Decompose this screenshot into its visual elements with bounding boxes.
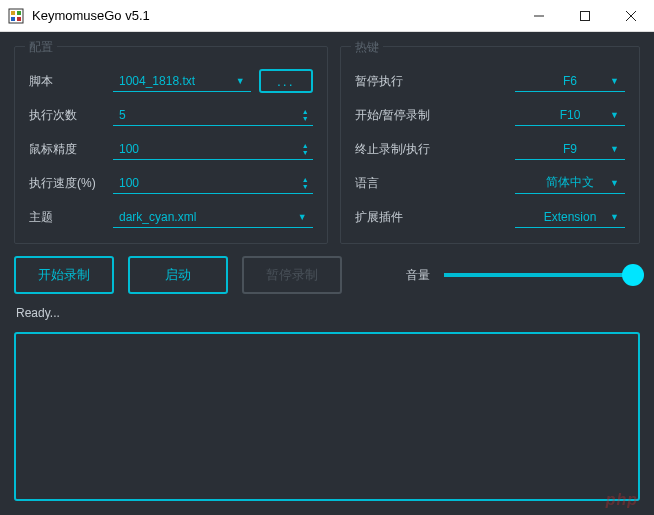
chevron-down-icon: ▼: [610, 212, 619, 222]
spinner-arrows-icon[interactable]: ▲▼: [302, 138, 309, 159]
titlebar: KeymomuseGo v5.1: [0, 0, 654, 32]
svg-rect-2: [17, 11, 21, 15]
panels-row: 配置 脚本 1004_1818.txt ▼ ... 执行次数 5 ▲▼ 鼠标精度: [14, 46, 640, 244]
window-controls: [516, 0, 654, 31]
stop-label: 终止录制/执行: [355, 141, 443, 158]
start-record-button[interactable]: 开始录制: [14, 256, 114, 294]
volume-slider[interactable]: [444, 273, 634, 277]
speed-value: 100: [119, 176, 139, 190]
record-value: F10: [560, 108, 581, 122]
browse-button[interactable]: ...: [259, 69, 313, 93]
chevron-down-icon: ▼: [610, 178, 619, 188]
precision-spinner[interactable]: 100 ▲▼: [113, 138, 313, 160]
script-row: 脚本 1004_1818.txt ▼ ...: [29, 69, 313, 93]
script-combo[interactable]: 1004_1818.txt ▼: [113, 70, 251, 92]
speed-row: 执行速度(%) 100 ▲▼: [29, 171, 313, 195]
ext-label: 扩展插件: [355, 209, 443, 226]
stop-value: F9: [563, 142, 577, 156]
pause-value: F6: [563, 74, 577, 88]
app-icon: [8, 8, 24, 24]
close-button[interactable]: [608, 0, 654, 31]
lang-combo[interactable]: 简体中文 ▼: [515, 172, 625, 194]
svg-rect-6: [581, 11, 590, 20]
config-group: 配置 脚本 1004_1818.txt ▼ ... 执行次数 5 ▲▼ 鼠标精度: [14, 46, 328, 244]
record-label: 开始/暂停录制: [355, 107, 443, 124]
speed-label: 执行速度(%): [29, 175, 105, 192]
ext-row: 扩展插件 Extension ▼: [355, 205, 625, 229]
script-label: 脚本: [29, 73, 105, 90]
count-value: 5: [119, 108, 126, 122]
maximize-button[interactable]: [562, 0, 608, 31]
stop-row: 终止录制/执行 F9 ▼: [355, 137, 625, 161]
watermark: php: [606, 491, 638, 509]
record-row: 开始/暂停录制 F10 ▼: [355, 103, 625, 127]
window-title: KeymomuseGo v5.1: [32, 8, 516, 23]
speed-spinner[interactable]: 100 ▲▼: [113, 172, 313, 194]
svg-rect-3: [11, 17, 15, 21]
action-row: 开始录制 启动 暂停录制 音量: [14, 256, 640, 294]
pause-record-button: 暂停录制: [242, 256, 342, 294]
pause-label: 暂停执行: [355, 73, 443, 90]
minimize-button[interactable]: [516, 0, 562, 31]
config-group-title: 配置: [25, 39, 57, 56]
count-row: 执行次数 5 ▲▼: [29, 103, 313, 127]
launch-button[interactable]: 启动: [128, 256, 228, 294]
pause-combo[interactable]: F6 ▼: [515, 70, 625, 92]
chevron-down-icon: ▼: [298, 212, 307, 222]
lang-value: 简体中文: [546, 174, 594, 191]
precision-value: 100: [119, 142, 139, 156]
script-value: 1004_1818.txt: [119, 74, 195, 88]
spinner-arrows-icon[interactable]: ▲▼: [302, 104, 309, 125]
count-spinner[interactable]: 5 ▲▼: [113, 104, 313, 126]
status-text: Ready...: [14, 306, 640, 320]
slider-thumb[interactable]: [622, 264, 644, 286]
volume-label: 音量: [406, 267, 430, 284]
lang-row: 语言 简体中文 ▼: [355, 171, 625, 195]
ext-value: Extension: [544, 210, 597, 224]
lang-label: 语言: [355, 175, 443, 192]
stop-combo[interactable]: F9 ▼: [515, 138, 625, 160]
precision-label: 鼠标精度: [29, 141, 105, 158]
chevron-down-icon: ▼: [610, 144, 619, 154]
pause-row: 暂停执行 F6 ▼: [355, 69, 625, 93]
svg-rect-1: [11, 11, 15, 15]
chevron-down-icon: ▼: [610, 110, 619, 120]
theme-combo[interactable]: dark_cyan.xml ▼: [113, 206, 313, 228]
precision-row: 鼠标精度 100 ▲▼: [29, 137, 313, 161]
hotkey-group-title: 热键: [351, 39, 383, 56]
chevron-down-icon: ▼: [610, 76, 619, 86]
count-label: 执行次数: [29, 107, 105, 124]
ext-combo[interactable]: Extension ▼: [515, 206, 625, 228]
theme-row: 主题 dark_cyan.xml ▼: [29, 205, 313, 229]
chevron-down-icon: ▼: [236, 76, 245, 86]
record-combo[interactable]: F10 ▼: [515, 104, 625, 126]
svg-rect-4: [17, 17, 21, 21]
theme-value: dark_cyan.xml: [119, 210, 196, 224]
app-body: 配置 脚本 1004_1818.txt ▼ ... 执行次数 5 ▲▼ 鼠标精度: [0, 32, 654, 515]
spinner-arrows-icon[interactable]: ▲▼: [302, 172, 309, 193]
hotkey-group: 热键 暂停执行 F6 ▼ 开始/暂停录制 F10 ▼ 终止录制/执行 F9: [340, 46, 640, 244]
theme-label: 主题: [29, 209, 105, 226]
log-area[interactable]: [14, 332, 640, 501]
